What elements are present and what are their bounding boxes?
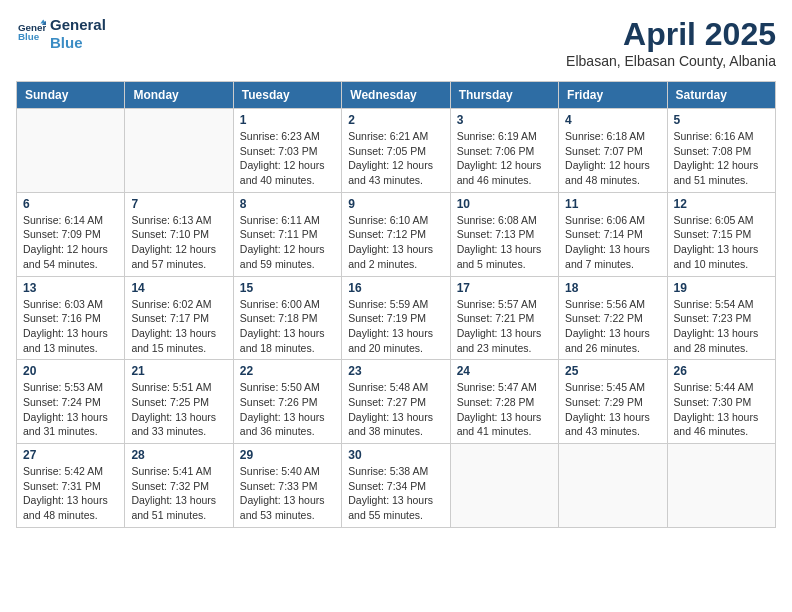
calendar-cell: 3Sunrise: 6:19 AMSunset: 7:06 PMDaylight… (450, 109, 558, 193)
weekday-header: Monday (125, 82, 233, 109)
day-number: 20 (23, 364, 118, 378)
calendar-cell: 24Sunrise: 5:47 AMSunset: 7:28 PMDayligh… (450, 360, 558, 444)
calendar-cell: 1Sunrise: 6:23 AMSunset: 7:03 PMDaylight… (233, 109, 341, 193)
day-info: Sunrise: 5:41 AMSunset: 7:32 PMDaylight:… (131, 464, 226, 523)
calendar-cell: 15Sunrise: 6:00 AMSunset: 7:18 PMDayligh… (233, 276, 341, 360)
day-info: Sunrise: 5:53 AMSunset: 7:24 PMDaylight:… (23, 380, 118, 439)
calendar-cell: 7Sunrise: 6:13 AMSunset: 7:10 PMDaylight… (125, 192, 233, 276)
calendar-week-row: 1Sunrise: 6:23 AMSunset: 7:03 PMDaylight… (17, 109, 776, 193)
day-info: Sunrise: 6:05 AMSunset: 7:15 PMDaylight:… (674, 213, 769, 272)
calendar-cell: 11Sunrise: 6:06 AMSunset: 7:14 PMDayligh… (559, 192, 667, 276)
weekday-header: Wednesday (342, 82, 450, 109)
day-info: Sunrise: 6:21 AMSunset: 7:05 PMDaylight:… (348, 129, 443, 188)
day-number: 2 (348, 113, 443, 127)
day-info: Sunrise: 6:10 AMSunset: 7:12 PMDaylight:… (348, 213, 443, 272)
day-number: 24 (457, 364, 552, 378)
weekday-header: Tuesday (233, 82, 341, 109)
calendar-cell: 25Sunrise: 5:45 AMSunset: 7:29 PMDayligh… (559, 360, 667, 444)
day-info: Sunrise: 5:50 AMSunset: 7:26 PMDaylight:… (240, 380, 335, 439)
calendar-week-row: 20Sunrise: 5:53 AMSunset: 7:24 PMDayligh… (17, 360, 776, 444)
day-info: Sunrise: 6:13 AMSunset: 7:10 PMDaylight:… (131, 213, 226, 272)
calendar-cell: 19Sunrise: 5:54 AMSunset: 7:23 PMDayligh… (667, 276, 775, 360)
day-info: Sunrise: 5:40 AMSunset: 7:33 PMDaylight:… (240, 464, 335, 523)
calendar-cell: 14Sunrise: 6:02 AMSunset: 7:17 PMDayligh… (125, 276, 233, 360)
logo-icon: General Blue (18, 18, 46, 46)
calendar-cell: 2Sunrise: 6:21 AMSunset: 7:05 PMDaylight… (342, 109, 450, 193)
day-info: Sunrise: 6:19 AMSunset: 7:06 PMDaylight:… (457, 129, 552, 188)
day-info: Sunrise: 6:16 AMSunset: 7:08 PMDaylight:… (674, 129, 769, 188)
day-info: Sunrise: 6:14 AMSunset: 7:09 PMDaylight:… (23, 213, 118, 272)
day-number: 14 (131, 281, 226, 295)
calendar-cell (17, 109, 125, 193)
logo-text-line2: Blue (50, 34, 106, 52)
day-info: Sunrise: 5:56 AMSunset: 7:22 PMDaylight:… (565, 297, 660, 356)
day-info: Sunrise: 5:42 AMSunset: 7:31 PMDaylight:… (23, 464, 118, 523)
calendar-cell: 21Sunrise: 5:51 AMSunset: 7:25 PMDayligh… (125, 360, 233, 444)
day-number: 15 (240, 281, 335, 295)
day-number: 11 (565, 197, 660, 211)
day-number: 19 (674, 281, 769, 295)
weekday-header: Thursday (450, 82, 558, 109)
day-info: Sunrise: 6:08 AMSunset: 7:13 PMDaylight:… (457, 213, 552, 272)
calendar-cell: 12Sunrise: 6:05 AMSunset: 7:15 PMDayligh… (667, 192, 775, 276)
day-number: 7 (131, 197, 226, 211)
svg-text:Blue: Blue (18, 31, 40, 42)
calendar-cell: 23Sunrise: 5:48 AMSunset: 7:27 PMDayligh… (342, 360, 450, 444)
day-info: Sunrise: 5:54 AMSunset: 7:23 PMDaylight:… (674, 297, 769, 356)
calendar-cell (667, 444, 775, 528)
day-number: 30 (348, 448, 443, 462)
calendar-cell: 9Sunrise: 6:10 AMSunset: 7:12 PMDaylight… (342, 192, 450, 276)
weekday-header: Sunday (17, 82, 125, 109)
title-block: April 2025 Elbasan, Elbasan County, Alba… (566, 16, 776, 69)
calendar-cell: 30Sunrise: 5:38 AMSunset: 7:34 PMDayligh… (342, 444, 450, 528)
day-number: 17 (457, 281, 552, 295)
day-number: 4 (565, 113, 660, 127)
logo-text-line1: General (50, 16, 106, 34)
day-info: Sunrise: 6:02 AMSunset: 7:17 PMDaylight:… (131, 297, 226, 356)
day-info: Sunrise: 6:18 AMSunset: 7:07 PMDaylight:… (565, 129, 660, 188)
day-number: 1 (240, 113, 335, 127)
calendar-cell: 10Sunrise: 6:08 AMSunset: 7:13 PMDayligh… (450, 192, 558, 276)
day-number: 23 (348, 364, 443, 378)
calendar-cell (559, 444, 667, 528)
calendar-cell: 4Sunrise: 6:18 AMSunset: 7:07 PMDaylight… (559, 109, 667, 193)
day-info: Sunrise: 5:45 AMSunset: 7:29 PMDaylight:… (565, 380, 660, 439)
page-subtitle: Elbasan, Elbasan County, Albania (566, 53, 776, 69)
day-number: 3 (457, 113, 552, 127)
calendar-cell: 5Sunrise: 6:16 AMSunset: 7:08 PMDaylight… (667, 109, 775, 193)
day-info: Sunrise: 5:51 AMSunset: 7:25 PMDaylight:… (131, 380, 226, 439)
day-number: 10 (457, 197, 552, 211)
weekday-header: Friday (559, 82, 667, 109)
day-number: 18 (565, 281, 660, 295)
day-number: 21 (131, 364, 226, 378)
calendar-cell: 20Sunrise: 5:53 AMSunset: 7:24 PMDayligh… (17, 360, 125, 444)
calendar-cell (450, 444, 558, 528)
calendar-cell: 6Sunrise: 6:14 AMSunset: 7:09 PMDaylight… (17, 192, 125, 276)
day-number: 5 (674, 113, 769, 127)
calendar-cell: 17Sunrise: 5:57 AMSunset: 7:21 PMDayligh… (450, 276, 558, 360)
day-info: Sunrise: 6:11 AMSunset: 7:11 PMDaylight:… (240, 213, 335, 272)
day-info: Sunrise: 6:06 AMSunset: 7:14 PMDaylight:… (565, 213, 660, 272)
calendar-table: SundayMondayTuesdayWednesdayThursdayFrid… (16, 81, 776, 528)
calendar-cell: 13Sunrise: 6:03 AMSunset: 7:16 PMDayligh… (17, 276, 125, 360)
day-number: 13 (23, 281, 118, 295)
logo: General Blue General Blue (16, 16, 106, 52)
weekday-header: Saturday (667, 82, 775, 109)
day-info: Sunrise: 6:03 AMSunset: 7:16 PMDaylight:… (23, 297, 118, 356)
calendar-week-row: 13Sunrise: 6:03 AMSunset: 7:16 PMDayligh… (17, 276, 776, 360)
day-number: 9 (348, 197, 443, 211)
day-info: Sunrise: 6:00 AMSunset: 7:18 PMDaylight:… (240, 297, 335, 356)
day-number: 27 (23, 448, 118, 462)
calendar-week-row: 27Sunrise: 5:42 AMSunset: 7:31 PMDayligh… (17, 444, 776, 528)
day-number: 22 (240, 364, 335, 378)
page-header: General Blue General Blue April 2025 Elb… (16, 16, 776, 69)
day-number: 25 (565, 364, 660, 378)
day-number: 8 (240, 197, 335, 211)
calendar-header-row: SundayMondayTuesdayWednesdayThursdayFrid… (17, 82, 776, 109)
calendar-cell: 16Sunrise: 5:59 AMSunset: 7:19 PMDayligh… (342, 276, 450, 360)
calendar-cell: 22Sunrise: 5:50 AMSunset: 7:26 PMDayligh… (233, 360, 341, 444)
calendar-cell: 29Sunrise: 5:40 AMSunset: 7:33 PMDayligh… (233, 444, 341, 528)
calendar-cell: 27Sunrise: 5:42 AMSunset: 7:31 PMDayligh… (17, 444, 125, 528)
calendar-cell: 8Sunrise: 6:11 AMSunset: 7:11 PMDaylight… (233, 192, 341, 276)
day-number: 12 (674, 197, 769, 211)
